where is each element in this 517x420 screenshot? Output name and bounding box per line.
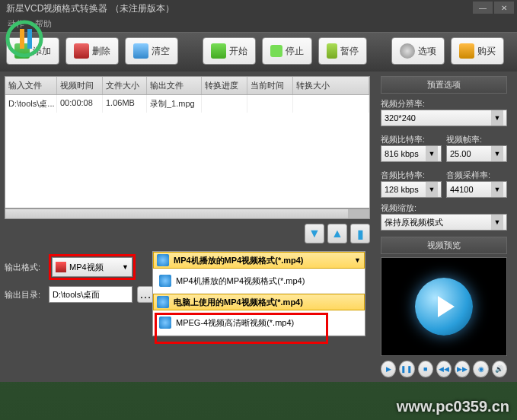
col-output[interactable]: 输出文件 [147, 77, 202, 94]
chevron-down-icon: ▼ [491, 215, 503, 230]
fps-label: 视频帧率: [446, 134, 507, 145]
pause-button[interactable]: 暂停 [318, 37, 367, 65]
app-logo [5, 20, 58, 58]
arrow-down-icon: ▼ [308, 227, 321, 240]
remove-icon: ▮ [357, 227, 364, 241]
format-icon [159, 317, 171, 329]
watermark: www.pc0359.cn [397, 398, 509, 415]
player-play-button[interactable]: ▶ [381, 361, 396, 377]
col-input[interactable]: 输入文件 [5, 77, 57, 94]
col-progress[interactable]: 转换进度 [202, 77, 247, 94]
options-button[interactable]: 选项 [391, 37, 445, 65]
player-snapshot-button[interactable]: ◉ [473, 361, 488, 377]
player-pause-button[interactable]: ❚❚ [399, 361, 414, 377]
dropdown-item[interactable]: 电脑上使用的MP4视频格式(*.mp4) [153, 294, 365, 310]
output-format-label: 输出格式: [5, 262, 44, 273]
play-icon [415, 278, 473, 336]
browse-icon: … [139, 288, 152, 301]
menubar: 动作 帮助 [0, 17, 517, 32]
preview-panel-title: 视频预览 [381, 237, 507, 254]
dropdown-item[interactable]: MPEG-4视频高清晰视频(*.mp4) [153, 310, 365, 336]
clear-button[interactable]: 清空 [125, 37, 178, 65]
chevron-down-icon: ▼ [491, 146, 503, 161]
close-button[interactable]: ✕ [494, 2, 514, 14]
audio-bitrate-label: 音频比特率: [381, 170, 442, 181]
minimize-button[interactable]: — [473, 2, 493, 14]
chevron-down-icon: ▼ [491, 182, 503, 197]
titlebar: 新星VCD视频格式转换器 （未注册版本） — ✕ [0, 0, 517, 17]
window-title: 新星VCD视频格式转换器 （未注册版本） [6, 2, 174, 15]
chevron-down-icon: ▼ [426, 182, 438, 197]
output-dir-label: 输出目录: [5, 289, 44, 301]
table-row[interactable]: D:\tools\桌... 00:00:08 1.06MB 录制_1.mpg [5, 95, 369, 113]
col-time[interactable]: 当前时间 [247, 77, 293, 94]
dropdown-item[interactable]: MP4机播放的MP4视频格式(*.mp4) [153, 269, 365, 294]
format-icon [157, 254, 169, 266]
chevron-down-icon: ▼ [122, 263, 129, 271]
move-up-button[interactable]: ▲ [327, 224, 347, 243]
arrow-up-icon: ▲ [331, 227, 343, 240]
format-icon [159, 275, 171, 287]
format-dropdown: MP4机播放的MP4视频格式(*.mp4) ▼ MP4机播放的MP4视频格式(*… [152, 251, 365, 336]
samplerate-select[interactable]: 44100▼ [446, 181, 507, 198]
svg-rect-1 [20, 29, 24, 49]
chevron-down-icon: ▼ [354, 256, 361, 264]
resolution-select[interactable]: 320*240▼ [381, 110, 507, 126]
output-format-combo[interactable]: MP4视频 ▼ [52, 257, 132, 277]
video-bitrate-label: 视频比特率: [381, 134, 442, 145]
zoom-label: 视频缩放: [381, 202, 507, 214]
horizontal-scrollbar[interactable] [5, 208, 370, 219]
samplerate-label: 音频采样率: [446, 170, 507, 181]
col-duration[interactable]: 视频时间 [57, 77, 103, 94]
film-icon [56, 262, 66, 272]
file-grid: 输入文件 视频时间 文件大小 输出文件 转换进度 当前时间 转换大小 D:\to… [5, 76, 370, 208]
player-stop-button[interactable]: ■ [418, 361, 433, 377]
audio-bitrate-select[interactable]: 128 kbps▼ [381, 181, 442, 198]
fps-select[interactable]: 25.00▼ [446, 145, 507, 162]
dropdown-header[interactable]: MP4机播放的MP4视频格式(*.mp4) ▼ [153, 252, 365, 269]
preset-panel-title: 预置选项 [381, 76, 507, 94]
chevron-down-icon: ▼ [491, 110, 503, 126]
player-volume-button[interactable]: 🔊 [492, 361, 507, 377]
buy-button[interactable]: 购买 [451, 37, 504, 65]
chevron-down-icon: ▼ [426, 146, 438, 161]
col-size[interactable]: 文件大小 [103, 77, 147, 94]
video-preview[interactable] [381, 257, 507, 356]
browse-button[interactable]: … [137, 286, 154, 303]
start-button[interactable]: 开始 [203, 37, 256, 65]
delete-button[interactable]: 删除 [65, 37, 119, 65]
toolbar: 添加 删除 清空 开始 停止 暂停 选项 购买 [0, 32, 517, 72]
player-prev-button[interactable]: ◀◀ [436, 361, 452, 377]
stop-button[interactable]: 停止 [262, 37, 312, 65]
player-next-button[interactable]: ▶▶ [455, 361, 470, 377]
remove-button[interactable]: ▮ [350, 224, 370, 243]
col-outsize[interactable]: 转换大小 [293, 77, 369, 94]
format-icon [157, 296, 169, 308]
svg-rect-2 [27, 29, 32, 49]
resolution-label: 视频分辨率: [381, 98, 507, 110]
move-down-button[interactable]: ▼ [305, 224, 324, 243]
zoom-select[interactable]: 保持原视频模式▼ [381, 214, 507, 231]
video-bitrate-select[interactable]: 816 kbps▼ [381, 145, 442, 162]
output-dir-input[interactable] [49, 286, 132, 303]
